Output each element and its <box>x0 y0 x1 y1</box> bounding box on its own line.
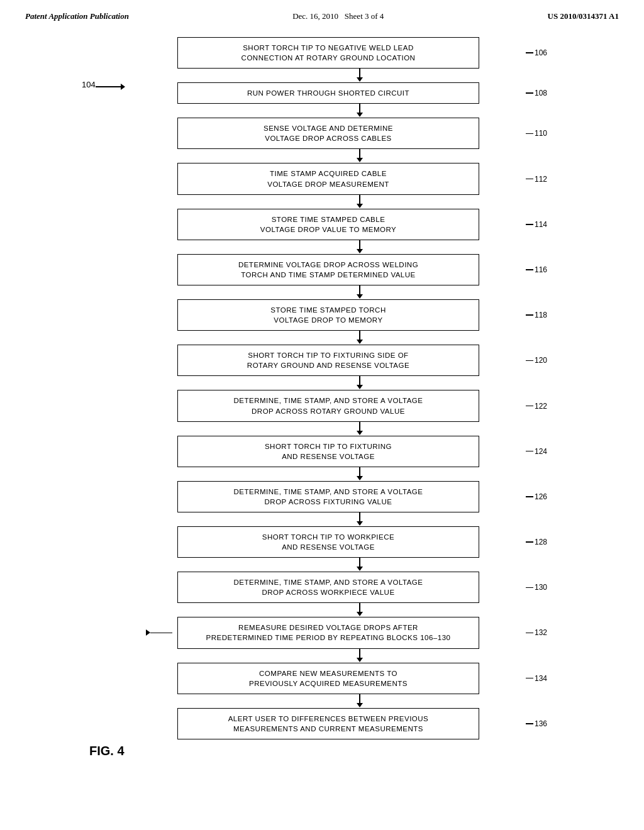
arrow-112-114 <box>357 195 363 209</box>
step-116-wrapper: DETERMINE VOLTAGE DROP ACROSS WELDINGTOR… <box>177 254 542 285</box>
step-120-wrapper: SHORT TORCH TIP TO FIXTURING SIDE OFROTA… <box>177 345 542 376</box>
step-106-box: SHORT TORCH TIP TO NEGATIVE WELD LEADCON… <box>177 37 479 69</box>
step-108-box: RUN POWER THROUGH SHORTED CIRCUIT <box>177 82 479 104</box>
flowchart: SHORT TORCH TIP TO NEGATIVE WELD LEADCON… <box>158 37 561 739</box>
step-126-wrapper: DETERMINE, TIME STAMP, AND STORE A VOLTA… <box>177 481 542 512</box>
start-label: 104 <box>82 80 96 89</box>
step-114-box: STORE TIME STAMPED CABLEVOLTAGE DROP VAL… <box>177 209 479 240</box>
step-136-box: ALERT USER TO DIFFERENCES BETWEEN PREVIO… <box>177 708 479 739</box>
step-118-box: STORE TIME STAMPED TORCHVOLTAGE DROP TO … <box>177 299 479 331</box>
arrow-128-130 <box>357 558 363 572</box>
fig-label: FIG. 4 <box>89 744 125 758</box>
step-114-wrapper: STORE TIME STAMPED CABLEVOLTAGE DROP VAL… <box>177 209 542 240</box>
arrow-126-128 <box>357 512 363 526</box>
arrow-120-122 <box>357 376 363 390</box>
header-patent-number: US 2010/0314371 A1 <box>548 11 619 21</box>
step-110-box: SENSE VOLTAGE AND DETERMINEVOLTAGE DROP … <box>177 118 479 149</box>
step-116-box: DETERMINE VOLTAGE DROP ACROSS WELDINGTOR… <box>177 254 479 285</box>
bracket-126: 126 <box>526 492 547 501</box>
step-112-box: TIME STAMP ACQUIRED CABLEVOLTAGE DROP ME… <box>177 163 479 194</box>
bracket-134: 134 <box>526 674 547 683</box>
step-130-box: DETERMINE, TIME STAMP, AND STORE A VOLTA… <box>177 572 479 603</box>
step-128-box: SHORT TORCH TIP TO WORKPIECEAND RESENSE … <box>177 526 479 558</box>
arrow-134-136 <box>357 694 363 708</box>
bracket-112: 112 <box>526 175 547 184</box>
page-container: Patent Application Publication Dec. 16, … <box>0 0 644 739</box>
step-108-wrapper: RUN POWER THROUGH SHORTED CIRCUIT 108 <box>177 82 542 104</box>
arrow-132-134 <box>357 649 363 663</box>
step-130-wrapper: DETERMINE, TIME STAMP, AND STORE A VOLTA… <box>177 572 542 603</box>
bracket-108: 108 <box>526 89 547 97</box>
loop-arrow <box>146 629 172 636</box>
step-134-wrapper: COMPARE NEW MEASUREMENTS TOPREVIOUSLY AC… <box>177 663 542 694</box>
bracket-118: 118 <box>526 311 547 319</box>
step-134-box: COMPARE NEW MEASUREMENTS TOPREVIOUSLY AC… <box>177 663 479 694</box>
step-132-wrapper: REMEASURE DESIRED VOLTAGE DROPS AFTERPRE… <box>177 617 542 648</box>
arrow-110-112 <box>357 149 363 163</box>
step-132-box: REMEASURE DESIRED VOLTAGE DROPS AFTERPRE… <box>177 617 479 648</box>
header-publication-label: Patent Application Publication <box>25 11 129 21</box>
bracket-116: 116 <box>526 265 547 274</box>
step-122-box: DETERMINE, TIME STAMP, AND STORE A VOLTA… <box>177 390 479 421</box>
bracket-122: 122 <box>526 402 547 411</box>
bracket-124: 124 <box>526 447 547 456</box>
step-106-wrapper: SHORT TORCH TIP TO NEGATIVE WELD LEADCON… <box>177 37 542 69</box>
step-136-wrapper: ALERT USER TO DIFFERENCES BETWEEN PREVIO… <box>177 708 542 739</box>
bracket-136: 136 <box>526 719 547 728</box>
arrow-106-108 <box>357 69 363 82</box>
step-112-wrapper: TIME STAMP ACQUIRED CABLEVOLTAGE DROP ME… <box>177 163 542 194</box>
arrow-114-116 <box>357 240 363 254</box>
bracket-128: 128 <box>526 538 547 546</box>
step-126-box: DETERMINE, TIME STAMP, AND STORE A VOLTA… <box>177 481 479 512</box>
step-124-wrapper: SHORT TORCH TIP TO FIXTURINGAND RESENSE … <box>177 436 542 467</box>
bracket-130: 130 <box>526 583 547 592</box>
step-122-wrapper: DETERMINE, TIME STAMP, AND STORE A VOLTA… <box>177 390 542 421</box>
bracket-106: 106 <box>526 48 547 57</box>
bracket-132: 132 <box>526 628 547 637</box>
arrow-108-110 <box>357 104 363 118</box>
bracket-110: 110 <box>526 129 547 138</box>
header-date-sheet: Dec. 16, 2010 Sheet 3 of 4 <box>292 11 384 21</box>
step-110-wrapper: SENSE VOLTAGE AND DETERMINEVOLTAGE DROP … <box>177 118 542 149</box>
step-118-wrapper: STORE TIME STAMPED TORCHVOLTAGE DROP TO … <box>177 299 542 331</box>
arrow-116-118 <box>357 285 363 299</box>
step-120-box: SHORT TORCH TIP TO FIXTURING SIDE OFROTA… <box>177 345 479 376</box>
bracket-114: 114 <box>526 220 547 229</box>
arrow-118-120 <box>357 331 363 345</box>
page-header: Patent Application Publication Dec. 16, … <box>0 0 644 21</box>
start-arrow <box>96 84 125 90</box>
step-128-wrapper: SHORT TORCH TIP TO WORKPIECEAND RESENSE … <box>177 526 542 558</box>
bracket-120: 120 <box>526 356 547 365</box>
arrow-130-132 <box>357 603 363 617</box>
step-124-box: SHORT TORCH TIP TO FIXTURINGAND RESENSE … <box>177 436 479 467</box>
arrow-122-124 <box>357 422 363 436</box>
arrow-124-126 <box>357 467 363 481</box>
